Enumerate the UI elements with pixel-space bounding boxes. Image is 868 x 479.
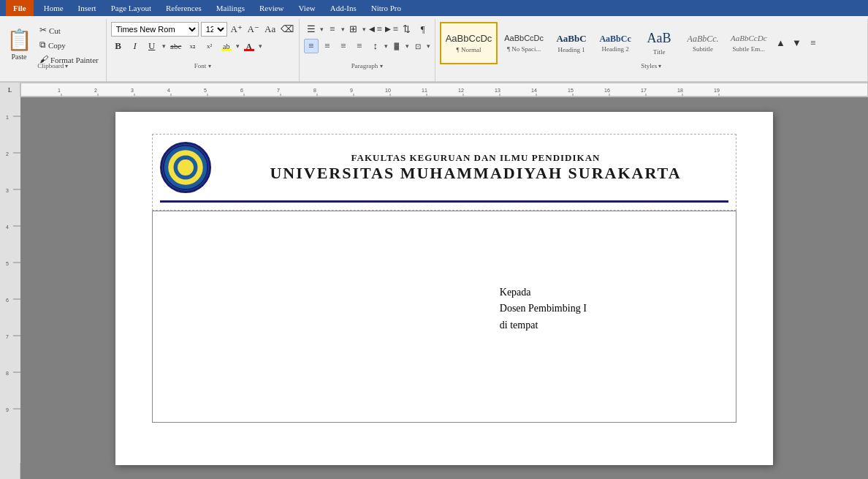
styles-group-label: Styles ▾ (435, 62, 867, 69)
svg-text:2: 2 (94, 88, 97, 93)
svg-text:1: 1 (6, 115, 9, 120)
title-bar: File Home Insert Page Layout References … (0, 0, 868, 16)
copy-button[interactable]: ⧉ Copy (37, 38, 102, 52)
style-heading1-preview: AaBbC (556, 33, 586, 45)
italic-button[interactable]: I (128, 39, 142, 53)
letterhead-selection: ☼ FAKULTAS KEGURUAN DAN ILMU PENDIDIKAN … (152, 134, 736, 211)
style-title[interactable]: AaB Title (638, 22, 680, 64)
style-subtle-em-label: Subtle Em... (733, 45, 766, 53)
font-row-1: Times New Rom 12 A⁺ A⁻ Aa ⌫ (111, 22, 294, 37)
tab-nitro[interactable]: Nitro Pro (364, 0, 408, 16)
file-tab[interactable]: File (6, 0, 34, 16)
underline-button[interactable]: U (145, 39, 159, 53)
styles-scroll-down[interactable]: ▼ (790, 36, 804, 50)
font-family-select[interactable]: Times New Rom (111, 22, 199, 37)
svg-text:10: 10 (385, 88, 391, 93)
clipboard-dialog-launcher[interactable]: ▾ (65, 63, 68, 69)
font-group: Times New Rom 12 A⁺ A⁻ Aa ⌫ B I U ▾ abc … (107, 19, 300, 81)
clipboard-small-buttons: ✂ Cut ⧉ Copy 🖌 Format Painter (37, 23, 102, 67)
svg-text:1: 1 (58, 88, 61, 93)
tab-references[interactable]: References (159, 0, 209, 16)
show-hide-button[interactable]: ¶ (416, 22, 430, 37)
sort-button[interactable]: ⇅ (400, 22, 414, 37)
ruler-corner[interactable]: L (0, 83, 20, 97)
letter-dosen: Dosen Pembimbing I (500, 301, 721, 317)
superscript-button[interactable]: x² (202, 39, 217, 53)
strikethrough-button[interactable]: abc (169, 39, 183, 53)
svg-text:12: 12 (458, 88, 464, 93)
styles-more-button[interactable]: ≡ (806, 36, 821, 50)
svg-text:16: 16 (604, 88, 610, 93)
increase-font-size-button[interactable]: A⁺ (229, 22, 244, 37)
svg-text:6: 6 (6, 298, 9, 303)
letterhead-title: UNIVERSITAS MUHAMMADIYAH SURAKARTA (223, 164, 728, 183)
copy-icon: ⧉ (39, 39, 46, 50)
copy-label: Copy (48, 41, 66, 50)
styles-scroll-up[interactable]: ▲ (774, 36, 788, 50)
style-normal[interactable]: AaBbCcDc ¶ Normal (440, 22, 498, 64)
tab-mailings[interactable]: Mailings (209, 0, 252, 16)
style-heading1[interactable]: AaBbC Heading 1 (550, 22, 593, 64)
tab-view[interactable]: View (292, 0, 323, 16)
cut-icon: ✂ (39, 25, 47, 36)
letter-tempat: di tempat (500, 317, 721, 333)
svg-text:18: 18 (677, 88, 683, 93)
align-left-button[interactable]: ≡ (304, 39, 319, 53)
clear-formatting-button[interactable]: ⌫ (280, 22, 294, 37)
subscript-button[interactable]: x₂ (186, 39, 200, 53)
tab-page-layout[interactable]: Page Layout (104, 0, 159, 16)
style-no-spacing[interactable]: AaBbCcDc ¶ No Spaci... (499, 22, 549, 64)
horizontal-ruler: 1 2 3 4 5 6 7 8 9 10 11 12 13 14 15 16 1… (20, 83, 868, 97)
tab-addins[interactable]: Add-Ins (323, 0, 364, 16)
change-case-button[interactable]: Aa (263, 22, 278, 37)
font-size-select[interactable]: 12 (201, 22, 227, 37)
style-subtle-em[interactable]: AaBbCcDc Subtle Em... (726, 22, 772, 64)
clipboard-group-label: Clipboard ▾ (0, 62, 106, 69)
tab-home[interactable]: Home (37, 0, 71, 16)
svg-text:4: 4 (6, 225, 9, 230)
letterhead: ☼ FAKULTAS KEGURUAN DAN ILMU PENDIDIKAN … (160, 142, 728, 203)
document-area: ☼ FAKULTAS KEGURUAN DAN ILMU PENDIDIKAN … (20, 97, 868, 479)
shading-button[interactable]: ▓ (389, 39, 404, 53)
justify-button[interactable]: ≡ (352, 39, 367, 53)
style-subtitle[interactable]: AaBbCc. Subtitle (682, 22, 724, 64)
align-right-button[interactable]: ≡ (336, 39, 351, 53)
numbering-button[interactable]: ≡ (325, 22, 340, 37)
svg-text:7: 7 (6, 334, 9, 339)
paragraph-row-1: ☰ ▾ ≡ ▾ ⊞ ▾ ◄≡ ►≡ ⇅ ¶ (304, 22, 430, 37)
paste-button[interactable]: 📋 Paste (4, 25, 34, 62)
font-dialog-launcher[interactable]: ▾ (208, 63, 211, 69)
cut-button[interactable]: ✂ Cut (37, 23, 102, 37)
bullets-button[interactable]: ☰ (304, 22, 319, 37)
paragraph-dialog-launcher[interactable]: ▾ (380, 63, 383, 69)
svg-text:5: 5 (6, 261, 9, 266)
multilevel-list-button[interactable]: ⊞ (346, 22, 361, 37)
bold-button[interactable]: B (111, 39, 126, 53)
align-center-button[interactable]: ≡ (320, 39, 335, 53)
style-title-label: Title (653, 48, 666, 56)
letterhead-subtitle: FAKULTAS KEGURUAN DAN ILMU PENDIDIKAN (223, 152, 728, 164)
style-title-preview: AaB (647, 31, 671, 47)
svg-text:9: 9 (350, 88, 353, 93)
font-color-button[interactable]: A (242, 39, 256, 53)
tab-review[interactable]: Review (252, 0, 292, 16)
increase-indent-button[interactable]: ►≡ (384, 22, 398, 37)
style-no-spacing-preview: AaBbCcDc (504, 34, 544, 43)
letter-content: Kepada Dosen Pembimbing I di tempat (152, 211, 736, 423)
paragraph-group-label: Paragraph ▾ (300, 62, 435, 69)
vertical-ruler: 1 2 3 4 5 6 7 8 9 (0, 97, 20, 479)
styles-dialog-launcher[interactable]: ▾ (658, 63, 661, 69)
svg-text:5: 5 (204, 88, 207, 93)
decrease-indent-button[interactable]: ◄≡ (368, 22, 382, 37)
line-spacing-button[interactable]: ↕ (368, 39, 383, 53)
style-heading2[interactable]: AaBbCc Heading 2 (594, 22, 636, 64)
svg-text:11: 11 (422, 88, 427, 93)
styles-gallery: AaBbCcDc ¶ Normal AaBbCcDc ¶ No Spaci...… (440, 22, 863, 64)
highlight-button[interactable]: ab (219, 39, 234, 53)
tab-insert[interactable]: Insert (71, 0, 104, 16)
ribbon-tabs: Home Insert Page Layout References Maili… (37, 0, 408, 16)
decrease-font-size-button[interactable]: A⁻ (246, 22, 261, 37)
paragraph-row-2: ≡ ≡ ≡ ≡ ↕ ▾ ▓ ▾ ⊡ ▾ (304, 39, 430, 53)
borders-button[interactable]: ⊡ (411, 39, 425, 53)
style-subtle-em-preview: AaBbCcDc (731, 34, 766, 43)
